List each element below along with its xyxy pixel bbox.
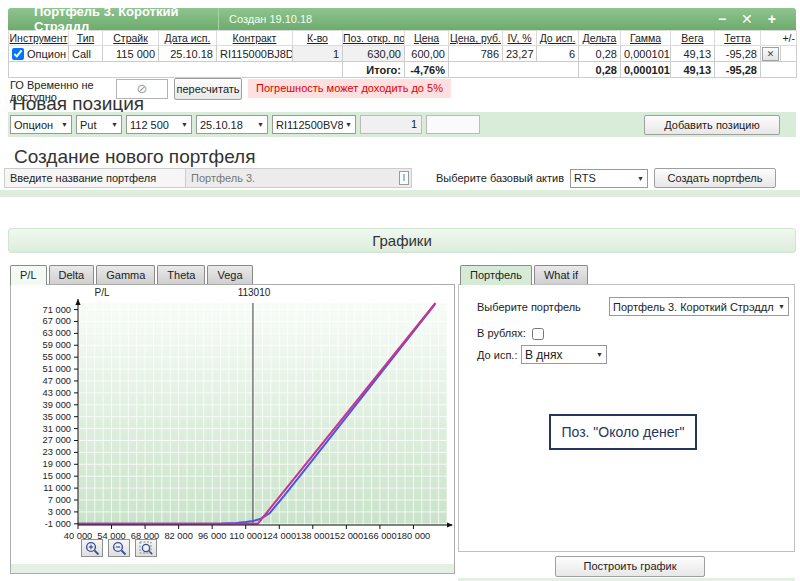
instrument-cell: Опцион: [9, 46, 69, 62]
iv-cell: 23,27: [503, 46, 537, 62]
days-select-value: В днях: [525, 348, 594, 362]
go-label-line1: ГО Временно не: [10, 79, 115, 91]
delta-cell: 0,28: [579, 46, 621, 62]
qty-cell[interactable]: 1: [293, 46, 343, 62]
chart-footer-strip: [11, 564, 454, 573]
type-select-value: Put: [80, 119, 109, 131]
pl-chart-svg: 40 00054 00068 00082 00096 000110 000124…: [11, 299, 454, 547]
days-cell: 6: [537, 46, 579, 62]
zoom-in-button[interactable]: [81, 539, 103, 557]
portfolio-created-date: Создан 19.10.18: [229, 13, 312, 25]
position-note-box: Поз. "Около денег": [549, 414, 697, 450]
contract-select[interactable]: RI112500BV8▼: [272, 115, 356, 134]
chart-tab-theta[interactable]: Theta: [157, 265, 205, 284]
zoom-selection-button[interactable]: [135, 539, 157, 557]
type-cell: Call: [69, 46, 103, 62]
svg-text:7 000: 7 000: [48, 495, 71, 505]
column-header-10[interactable]: IV, %: [503, 31, 537, 46]
contract-cell: RI115000BJ8D: [217, 46, 293, 62]
delete-position-icon[interactable]: ✕: [762, 47, 779, 61]
input-marker-icon: ǀ: [399, 171, 409, 185]
zoom-in-icon: [85, 541, 100, 556]
svg-text:43 000: 43 000: [43, 388, 71, 398]
svg-text:47 000: 47 000: [43, 376, 71, 386]
position-checkbox[interactable]: [12, 48, 24, 60]
svg-text:27 000: 27 000: [43, 435, 71, 445]
instrument-select[interactable]: Опцион▼: [10, 115, 72, 134]
chart-zoom-buttons: [81, 539, 157, 557]
zoom-out-button[interactable]: [108, 539, 130, 557]
column-header-7[interactable]: Поз. откр. по: [343, 31, 405, 46]
chevron-down-icon: ▼: [345, 121, 352, 128]
new-empty-field[interactable]: [426, 115, 480, 134]
column-header-9[interactable]: Цена, руб.: [449, 31, 503, 46]
days-label: До исп.:: [477, 349, 517, 361]
svg-text:82 000: 82 000: [164, 531, 192, 541]
rub-checkbox[interactable]: [532, 328, 544, 340]
svg-text:180 000: 180 000: [397, 531, 431, 541]
svg-text:71 000: 71 000: [43, 305, 71, 315]
svg-text:110 000: 110 000: [229, 531, 262, 541]
portfolio-settings-panel: Выберите портфель Портфель 3. Короткий С…: [458, 284, 795, 552]
base-asset-select[interactable]: RTS▼: [570, 169, 648, 188]
build-chart-button[interactable]: Построить график: [555, 556, 705, 577]
add-position-button[interactable]: Добавить позицию: [644, 115, 780, 135]
instrument-label: Опцион: [27, 48, 66, 60]
create-portfolio-row: Введите название портфеля ǀ Выберите баз…: [4, 168, 796, 188]
accuracy-warning: Погрешность может доходить до 5%: [248, 79, 451, 98]
svg-text:55 000: 55 000: [43, 352, 71, 362]
column-header-14[interactable]: Вега: [671, 31, 715, 46]
column-header-5[interactable]: Контракт: [217, 31, 293, 46]
close-icon[interactable]: ✕: [741, 8, 753, 30]
new-qty-field[interactable]: 1: [360, 115, 422, 134]
minimize-icon[interactable]: −: [718, 8, 726, 30]
contract-select-value: RI112500BV8: [276, 119, 343, 131]
chevron-down-icon: ▼: [61, 121, 68, 128]
strike-select-value: 112 500: [130, 119, 179, 131]
rub-row: В рублях:: [477, 327, 547, 340]
chart-tab-vega[interactable]: Vega: [207, 265, 252, 284]
open-price-cell[interactable]: 630,00: [343, 46, 405, 62]
strike-select[interactable]: 112 500▼: [126, 115, 192, 134]
green-strip: [0, 190, 800, 197]
chevron-down-icon: ▼: [596, 351, 603, 358]
chart-tab-gamma[interactable]: Gamma: [96, 265, 155, 284]
column-header-13[interactable]: Гамма: [621, 31, 671, 46]
column-header-12[interactable]: Дельта: [579, 31, 621, 46]
svg-text:19 000: 19 000: [43, 459, 71, 469]
panel-tab-портфель[interactable]: Портфель: [460, 265, 532, 285]
add-icon[interactable]: +: [768, 8, 776, 30]
column-header-8[interactable]: Цена: [405, 31, 449, 46]
recalculate-button[interactable]: пересчитать: [174, 78, 242, 100]
chart-tab-delta[interactable]: Delta: [49, 265, 95, 284]
column-header-15[interactable]: Тетта: [715, 31, 761, 46]
svg-text:51 000: 51 000: [43, 364, 71, 374]
table-header-row: ИнструментТипСтрайкДата исп.КонтрактК-во…: [9, 31, 797, 46]
portfolio-select[interactable]: Портфель 3. Короткий Стрэддл▼: [609, 297, 789, 316]
svg-text:96 000: 96 000: [198, 531, 226, 541]
column-header-11[interactable]: До исп.: [537, 31, 579, 46]
header-divider: [218, 8, 219, 30]
column-header-1[interactable]: Инструмент: [9, 31, 69, 46]
type-select[interactable]: Put▼: [76, 115, 122, 134]
create-portfolio-button[interactable]: Создать портфель: [654, 168, 776, 188]
charts-section-header: Графики: [8, 228, 796, 253]
column-header-4[interactable]: Дата исп.: [159, 31, 217, 46]
portfolio-name-input[interactable]: [186, 168, 412, 188]
price-cell[interactable]: 600,00: [405, 46, 449, 62]
days-select[interactable]: В днях▼: [521, 345, 607, 364]
panel-tab-what-if[interactable]: What if: [534, 265, 588, 284]
current-price-label: 113010: [232, 287, 276, 298]
pl-chart-panel: P/L 113010 option.ru 40 00054 00068 0008…: [10, 284, 455, 574]
new-position-controls: Опцион▼ Put▼ 112 500▼ 25.10.18▼ RI112500…: [8, 112, 796, 137]
position-row: Опцион Call 115 000 25.10.18 RI115000BJ8…: [9, 46, 797, 62]
svg-text:152 000: 152 000: [330, 531, 364, 541]
option-ru-page: Портфель 3. Короткий Стрэддл Создан 19.1…: [0, 0, 800, 581]
portfolio-header: Портфель 3. Короткий Стрэддл Создан 19.1…: [8, 8, 796, 30]
create-portfolio-heading: Создание нового портфеля: [14, 146, 256, 168]
chart-tab-p-l[interactable]: P/L: [10, 265, 47, 285]
exp-date-select[interactable]: 25.10.18▼: [196, 115, 268, 134]
totals-theta: -95,28: [715, 62, 761, 78]
right-panel-tabs: ПортфельWhat if: [460, 265, 588, 284]
column-header-6[interactable]: К-во: [293, 31, 343, 46]
